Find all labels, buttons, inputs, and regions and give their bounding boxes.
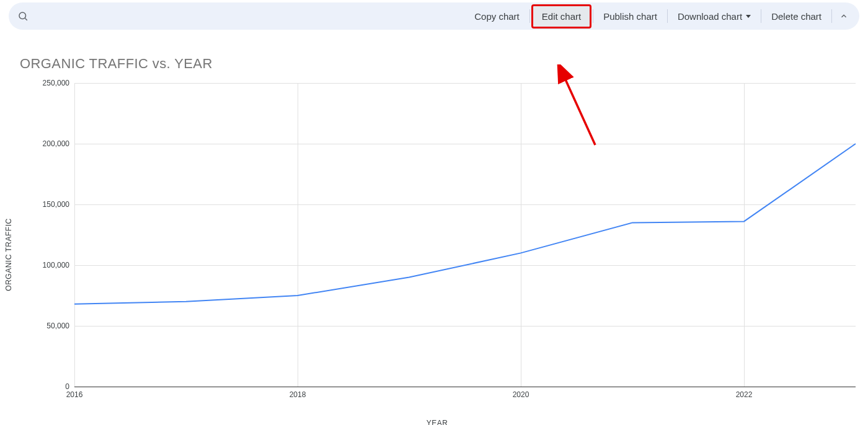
separator [831, 9, 832, 23]
y-tick: 0 [20, 382, 69, 391]
edit-chart-highlight: Edit chart [531, 4, 591, 28]
chart-container: ORGANIC TRAFFIC vs. YEAR ORGANIC TRAFFIC… [0, 30, 868, 424]
publish-chart-button[interactable]: Publish chart [595, 6, 666, 27]
chevron-up-icon [839, 12, 848, 20]
chart-title: ORGANIC TRAFFIC vs. YEAR [20, 56, 862, 72]
separator [761, 9, 761, 23]
separator [593, 9, 593, 23]
y-tick: 250,000 [20, 79, 69, 87]
caret-down-icon [746, 15, 751, 18]
download-chart-label: Download chart [678, 11, 742, 22]
collapse-button[interactable] [833, 7, 854, 25]
chart-area: ORGANIC TRAFFIC 0 50,000 100,000 150,000… [12, 77, 862, 424]
y-tick: 150,000 [20, 200, 69, 209]
line-series [74, 83, 856, 387]
svg-line-1 [25, 18, 27, 20]
x-tick: 2022 [736, 390, 753, 399]
y-tick: 100,000 [20, 261, 69, 269]
download-chart-button[interactable]: Download chart [669, 6, 760, 27]
x-tick: 2020 [513, 390, 529, 399]
x-tick: 2016 [66, 390, 83, 399]
edit-chart-button[interactable]: Edit chart [533, 6, 590, 27]
toolbar-actions: Copy chart Edit chart Publish chart Down… [466, 4, 854, 28]
delete-chart-button[interactable]: Delete chart [763, 6, 830, 27]
y-tick: 50,000 [20, 322, 69, 330]
y-tick: 200,000 [20, 139, 69, 148]
svg-point-0 [19, 12, 26, 19]
chart-toolbar: Copy chart Edit chart Publish chart Down… [9, 2, 859, 30]
copy-chart-button[interactable]: Copy chart [466, 6, 528, 27]
x-tick: 2018 [290, 390, 306, 399]
separator [529, 9, 530, 23]
y-axis-label: ORGANIC TRAFFIC [4, 218, 13, 291]
separator [667, 9, 668, 23]
plot-area[interactable]: 0 50,000 100,000 150,000 200,000 250,000… [74, 83, 856, 387]
x-axis-label: YEAR [427, 419, 448, 425]
search-icon[interactable] [17, 11, 29, 22]
